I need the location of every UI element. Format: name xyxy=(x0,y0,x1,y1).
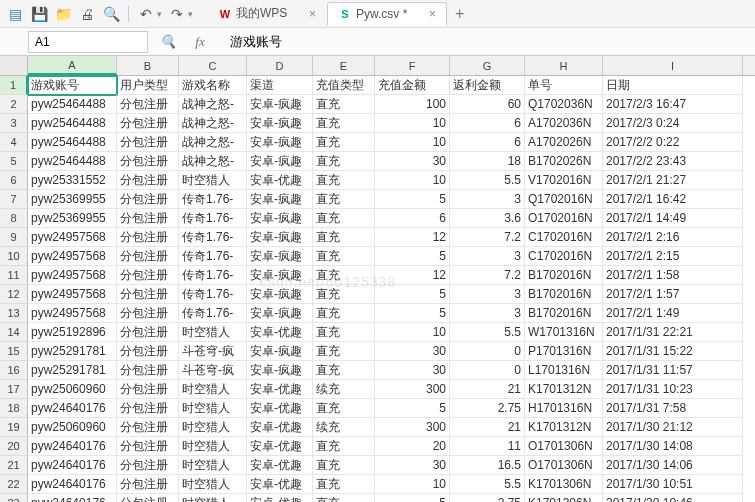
cell[interactable]: 0 xyxy=(450,342,525,361)
cell[interactable]: 2017/2/3 16:47 xyxy=(603,95,743,114)
row-header[interactable]: 12 xyxy=(0,285,28,304)
cell[interactable]: pyw25192896 xyxy=(28,323,117,342)
cell[interactable]: pyw24957568 xyxy=(28,304,117,323)
cell[interactable]: 30 xyxy=(375,361,450,380)
cell[interactable]: 时空猎人 xyxy=(179,437,247,456)
cell[interactable]: 时空猎人 xyxy=(179,399,247,418)
cell[interactable]: 2017/1/31 22:21 xyxy=(603,323,743,342)
cell[interactable]: 7.2 xyxy=(450,228,525,247)
cell[interactable]: 直充 xyxy=(313,114,375,133)
cell[interactable]: 游戏名称 xyxy=(179,76,247,95)
row-header[interactable]: 5 xyxy=(0,152,28,171)
cell[interactable]: 渠道 xyxy=(247,76,313,95)
cell[interactable]: 传奇1.76- xyxy=(179,209,247,228)
cell[interactable]: 6 xyxy=(450,133,525,152)
cell[interactable]: 5.5 xyxy=(450,475,525,494)
close-icon[interactable]: × xyxy=(429,7,436,21)
cell[interactable]: 续充 xyxy=(313,418,375,437)
cell[interactable]: 21 xyxy=(450,418,525,437)
cell[interactable]: 2017/2/1 16:42 xyxy=(603,190,743,209)
cell[interactable]: pyw25331552 xyxy=(28,171,117,190)
cell[interactable]: 时空猎人 xyxy=(179,171,247,190)
cell[interactable]: 2017/1/30 21:12 xyxy=(603,418,743,437)
cell[interactable]: 3 xyxy=(450,304,525,323)
cell[interactable]: pyw24957568 xyxy=(28,247,117,266)
add-tab-button[interactable]: + xyxy=(447,1,472,27)
cell[interactable]: 2.75 xyxy=(450,399,525,418)
cell[interactable]: 分包注册 xyxy=(117,266,179,285)
cell[interactable]: pyw24640176 xyxy=(28,456,117,475)
row-header[interactable]: 7 xyxy=(0,190,28,209)
row-header[interactable]: 8 xyxy=(0,209,28,228)
search-icon[interactable]: 🔍 xyxy=(156,30,180,54)
cell[interactable]: 分包注册 xyxy=(117,285,179,304)
cell[interactable]: pyw25464488 xyxy=(28,95,117,114)
cell[interactable]: A1702026N xyxy=(525,133,603,152)
cell[interactable]: pyw25060960 xyxy=(28,418,117,437)
cell[interactable]: 安卓-疯趣 xyxy=(247,190,313,209)
col-header-G[interactable]: G xyxy=(450,56,525,75)
cell[interactable]: 5 xyxy=(375,304,450,323)
cell[interactable]: 30 xyxy=(375,342,450,361)
col-header-B[interactable]: B xyxy=(117,56,179,75)
cell[interactable]: 安卓-疯趣 xyxy=(247,247,313,266)
cell[interactable]: O1701306N xyxy=(525,437,603,456)
cell[interactable]: pyw25464488 xyxy=(28,114,117,133)
redo-caret-icon[interactable]: ▾ xyxy=(188,9,193,19)
cell[interactable]: 分包注册 xyxy=(117,152,179,171)
cell[interactable]: 分包注册 xyxy=(117,323,179,342)
cell[interactable]: 安卓-疯趣 xyxy=(247,133,313,152)
cell[interactable]: 安卓-优趣 xyxy=(247,418,313,437)
cell[interactable]: 时空猎人 xyxy=(179,323,247,342)
row-header[interactable]: 20 xyxy=(0,437,28,456)
menu-icon[interactable]: ▤ xyxy=(6,5,24,23)
cell[interactable]: O1701306N xyxy=(525,456,603,475)
cell[interactable]: 5 xyxy=(375,247,450,266)
cell[interactable]: 分包注册 xyxy=(117,304,179,323)
cell[interactable]: 时空猎人 xyxy=(179,418,247,437)
cell[interactable]: 安卓-疯趣 xyxy=(247,114,313,133)
cell[interactable]: 传奇1.76- xyxy=(179,266,247,285)
cell[interactable]: 2017/2/2 23:43 xyxy=(603,152,743,171)
cell[interactable]: 2017/2/1 14:49 xyxy=(603,209,743,228)
cell[interactable]: Q1702036N xyxy=(525,95,603,114)
cell[interactable]: 安卓-优趣 xyxy=(247,456,313,475)
cell[interactable]: 16.5 xyxy=(450,456,525,475)
row-header[interactable]: 21 xyxy=(0,456,28,475)
cell[interactable]: 传奇1.76- xyxy=(179,304,247,323)
cell[interactable]: 300 xyxy=(375,380,450,399)
cell[interactable]: 战神之怒- xyxy=(179,133,247,152)
cell[interactable]: 2017/1/31 10:23 xyxy=(603,380,743,399)
cell[interactable]: 5.5 xyxy=(450,323,525,342)
row-header[interactable]: 19 xyxy=(0,418,28,437)
cell[interactable]: 直充 xyxy=(313,209,375,228)
cell[interactable]: 时空猎人 xyxy=(179,380,247,399)
cell[interactable]: 3 xyxy=(450,190,525,209)
cell[interactable]: pyw25464488 xyxy=(28,133,117,152)
cell[interactable]: 分包注册 xyxy=(117,342,179,361)
cell[interactable]: K1701306N xyxy=(525,494,603,502)
cell[interactable]: B1702016N xyxy=(525,266,603,285)
cell[interactable]: 3.6 xyxy=(450,209,525,228)
cell[interactable]: pyw24640176 xyxy=(28,494,117,502)
cell[interactable]: 100 xyxy=(375,95,450,114)
print-icon[interactable]: 🖨 xyxy=(78,5,96,23)
cell[interactable]: 6 xyxy=(450,114,525,133)
folder-icon[interactable]: 📁 xyxy=(54,5,72,23)
col-header-F[interactable]: F xyxy=(375,56,450,75)
row-header[interactable]: 13 xyxy=(0,304,28,323)
row-header[interactable]: 14 xyxy=(0,323,28,342)
cell[interactable]: 分包注册 xyxy=(117,475,179,494)
cell[interactable]: 传奇1.76- xyxy=(179,190,247,209)
cell[interactable]: 战神之怒- xyxy=(179,152,247,171)
cell[interactable]: 2017/2/2 0:22 xyxy=(603,133,743,152)
cell[interactable]: W1701316N xyxy=(525,323,603,342)
cell[interactable]: B1702016N xyxy=(525,285,603,304)
cell[interactable]: 安卓-疯趣 xyxy=(247,266,313,285)
cell[interactable]: 安卓-优趣 xyxy=(247,437,313,456)
cell[interactable]: K1701312N xyxy=(525,418,603,437)
cell[interactable]: 直充 xyxy=(313,266,375,285)
cell[interactable]: 时空猎人 xyxy=(179,456,247,475)
cell[interactable]: pyw24957568 xyxy=(28,266,117,285)
cell[interactable]: 安卓-优趣 xyxy=(247,171,313,190)
